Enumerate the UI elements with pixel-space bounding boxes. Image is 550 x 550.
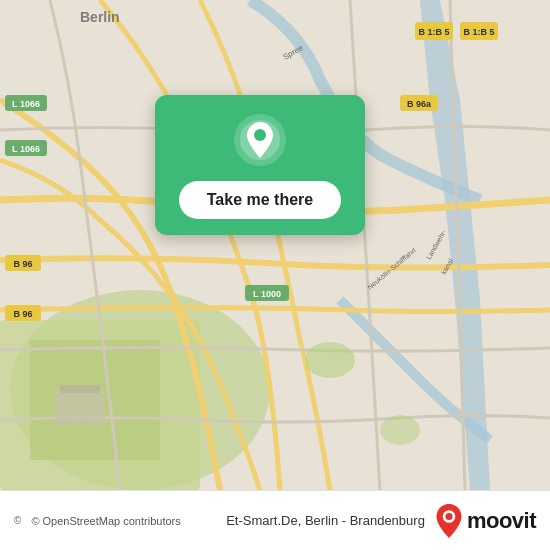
moovit-pin-icon (435, 504, 463, 538)
location-card: Take me there (155, 95, 365, 235)
svg-point-27 (305, 342, 355, 378)
bottom-bar: © © OpenStreetMap contributors Et-Smart.… (0, 490, 550, 550)
svg-text:L 1066: L 1066 (12, 99, 40, 109)
map-container: B 1:B 5 B 1:B 5 B 96a L 1066 L 1066 B 96… (0, 0, 550, 490)
svg-text:Berlin: Berlin (80, 9, 120, 25)
location-label: Et-Smart.De, Berlin - Brandenburg (226, 513, 425, 528)
moovit-logo: moovit (435, 504, 536, 538)
svg-point-28 (380, 415, 420, 445)
svg-text:B 96: B 96 (13, 259, 32, 269)
svg-text:B 96: B 96 (13, 309, 32, 319)
map-background: B 1:B 5 B 1:B 5 B 96a L 1066 L 1066 B 96… (0, 0, 550, 490)
svg-rect-26 (60, 385, 100, 393)
svg-rect-25 (55, 390, 105, 425)
svg-point-31 (254, 129, 266, 141)
moovit-brand-text: moovit (467, 508, 536, 534)
location-pin-icon (233, 113, 287, 167)
svg-text:B 96a: B 96a (407, 99, 432, 109)
attribution-text: © OpenStreetMap contributors (31, 515, 216, 527)
svg-text:L 1000: L 1000 (253, 289, 281, 299)
svg-text:B 1:B 5: B 1:B 5 (418, 27, 449, 37)
take-me-there-button[interactable]: Take me there (179, 181, 341, 219)
svg-point-33 (445, 512, 452, 519)
copyright-icon: © (14, 515, 21, 526)
svg-text:L 1066: L 1066 (12, 144, 40, 154)
svg-text:B 1:B 5: B 1:B 5 (463, 27, 494, 37)
